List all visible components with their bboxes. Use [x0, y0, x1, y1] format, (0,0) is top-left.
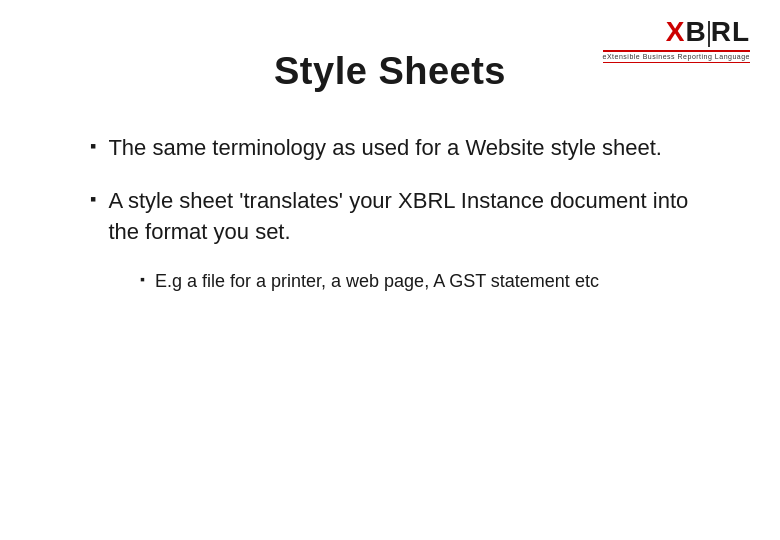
sub-bullet-text-1: E.g a file for a printer, a web page, A … [155, 269, 599, 294]
bullet-item-2: ▪ A style sheet 'translates' your XBRL I… [90, 186, 690, 248]
content-area: ▪ The same terminology as used for a Web… [50, 133, 730, 295]
slide-container: XBRL eXtensible Business Reporting Langu… [0, 0, 780, 540]
bullet-symbol-1: ▪ [90, 136, 96, 157]
logo-rl: RL [711, 16, 750, 47]
logo-area: XBRL eXtensible Business Reporting Langu… [603, 18, 750, 63]
bullet-symbol-2: ▪ [90, 189, 96, 210]
sub-bullet-symbol-1: ▪ [140, 271, 145, 287]
sub-bullet-item-1: ▪ E.g a file for a printer, a web page, … [140, 269, 690, 294]
logo-cursor [708, 21, 710, 47]
bullet-text-2: A style sheet 'translates' your XBRL Ins… [108, 186, 690, 248]
logo-subtitle: eXtensible Business Reporting Language [603, 53, 750, 60]
xbrl-logo: XBRL [666, 18, 750, 47]
sub-bullet-area: ▪ E.g a file for a printer, a web page, … [90, 269, 690, 294]
logo-red-line-thin [603, 62, 750, 63]
logo-x: X [666, 16, 686, 47]
bullet-item-1: ▪ The same terminology as used for a Web… [90, 133, 690, 164]
logo-red-line [603, 50, 750, 52]
bullet-text-1: The same terminology as used for a Websi… [108, 133, 662, 164]
logo-brl: B [685, 16, 706, 47]
